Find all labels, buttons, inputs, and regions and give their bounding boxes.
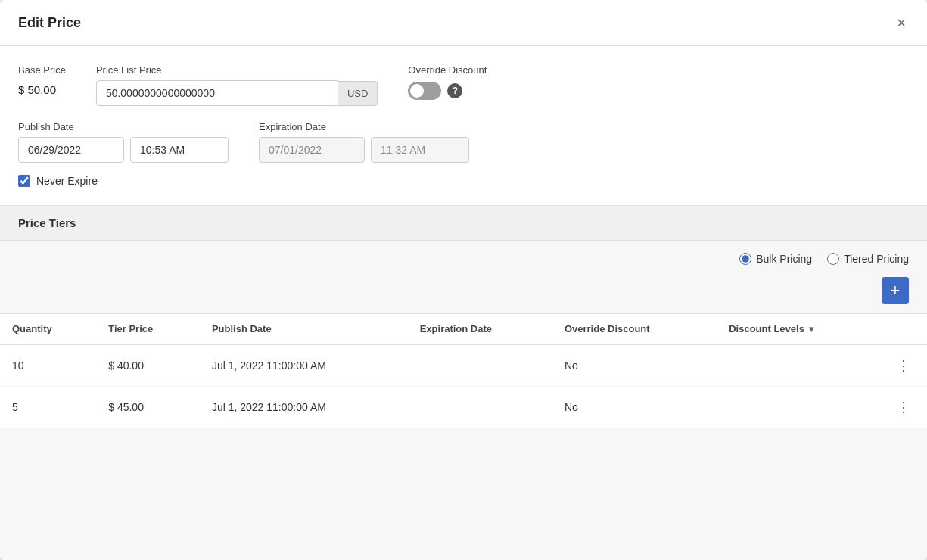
cell-discount-levels	[717, 344, 880, 387]
price-tiers-title: Price Tiers	[18, 216, 76, 229]
bulk-pricing-radio[interactable]	[739, 253, 751, 265]
price-tiers-table: Quantity Tier Price Publish Date Expirat…	[0, 314, 927, 428]
help-icon[interactable]: ?	[447, 83, 462, 98]
table-row: 5 $ 45.00 Jul 1, 2022 11:00:00 AM No ⋮	[0, 387, 927, 428]
tiered-pricing-label: Tiered Pricing	[844, 253, 909, 265]
base-price-value: $ 50.00	[18, 80, 66, 96]
row-actions-button[interactable]: ⋮	[892, 397, 915, 417]
cell-override-discount: No	[552, 387, 717, 428]
price-list-input-wrapper: USD	[96, 80, 378, 106]
publish-date-group: Publish Date	[18, 121, 229, 163]
col-header-tier-price: Tier Price	[96, 314, 200, 344]
cell-tier-price: $ 40.00	[96, 344, 200, 387]
publish-date-label: Publish Date	[18, 121, 229, 132]
bulk-pricing-radio-label[interactable]: Bulk Pricing	[739, 253, 812, 265]
override-discount-toggle-row: ?	[408, 82, 487, 100]
price-list-label: Price List Price	[96, 64, 378, 76]
col-header-expiration-date: Expiration Date	[408, 314, 552, 344]
publish-date-time-row	[18, 137, 229, 163]
edit-price-modal: Edit Price × Base Price $ 50.00 Price Li…	[0, 0, 927, 560]
col-header-discount-levels: Discount Levels ▾	[717, 314, 880, 344]
override-discount-toggle[interactable]	[408, 82, 441, 100]
override-discount-group: Override Discount ?	[408, 64, 487, 100]
publish-date-input[interactable]	[18, 137, 124, 163]
cell-tier-price: $ 45.00	[96, 387, 200, 428]
col-header-quantity: Quantity	[0, 314, 96, 344]
add-tier-button[interactable]: +	[882, 277, 909, 304]
toggle-slider	[408, 82, 441, 100]
currency-addon: USD	[338, 81, 378, 106]
cell-publish-date: Jul 1, 2022 11:00:00 AM	[200, 387, 408, 428]
expiration-date-time-row	[259, 137, 469, 163]
cell-expiration-date	[408, 344, 552, 387]
table-row: 10 $ 40.00 Jul 1, 2022 11:00:00 AM No ⋮	[0, 344, 927, 387]
base-price-group: Base Price $ 50.00	[18, 64, 66, 96]
cell-discount-levels	[717, 387, 880, 428]
price-tiers-table-container: Quantity Tier Price Publish Date Expirat…	[0, 313, 927, 428]
price-list-input[interactable]	[96, 80, 338, 106]
bulk-pricing-label: Bulk Pricing	[756, 253, 812, 265]
chevron-down-icon: ▾	[809, 324, 813, 334]
row-actions-button[interactable]: ⋮	[892, 356, 915, 375]
add-button-row: +	[0, 271, 927, 313]
price-list-group: Price List Price USD	[96, 64, 378, 106]
form-section: Base Price $ 50.00 Price List Price USD …	[0, 46, 927, 206]
form-row-2: Publish Date Expiration Date	[18, 121, 909, 163]
price-tiers-header: Price Tiers	[0, 206, 927, 241]
cell-actions: ⋮	[880, 344, 927, 387]
expiration-date-input[interactable]	[259, 137, 365, 163]
col-header-actions	[880, 314, 927, 344]
pricing-type-row: Bulk Pricing Tiered Pricing	[0, 241, 927, 271]
base-price-label: Base Price	[18, 64, 66, 76]
tiered-pricing-radio-label[interactable]: Tiered Pricing	[827, 253, 909, 265]
cell-publish-date: Jul 1, 2022 11:00:00 AM	[200, 344, 408, 387]
price-tiers-section: Price Tiers Bulk Pricing Tiered Pricing …	[0, 206, 927, 560]
never-expire-row: Never Expire	[18, 175, 909, 187]
override-discount-label: Override Discount	[408, 64, 487, 76]
modal-title: Edit Price	[18, 15, 81, 31]
cell-override-discount: No	[552, 344, 717, 387]
form-row-1: Base Price $ 50.00 Price List Price USD …	[18, 64, 909, 106]
expiration-time-input[interactable]	[371, 137, 469, 163]
table-header-row: Quantity Tier Price Publish Date Expirat…	[0, 314, 927, 344]
cell-quantity: 5	[0, 387, 96, 428]
modal-header: Edit Price ×	[0, 0, 927, 46]
expiration-date-group: Expiration Date	[259, 121, 469, 163]
tiered-pricing-radio[interactable]	[827, 253, 839, 265]
never-expire-label[interactable]: Never Expire	[36, 175, 98, 187]
cell-actions: ⋮	[880, 387, 927, 428]
publish-time-input[interactable]	[130, 137, 229, 163]
col-header-override-discount: Override Discount	[552, 314, 717, 344]
table-body: 10 $ 40.00 Jul 1, 2022 11:00:00 AM No ⋮ …	[0, 344, 927, 428]
expiration-date-label: Expiration Date	[259, 121, 469, 132]
cell-quantity: 10	[0, 344, 96, 387]
never-expire-checkbox[interactable]	[18, 175, 30, 187]
close-button[interactable]: ×	[894, 12, 909, 33]
cell-expiration-date	[408, 387, 552, 428]
col-header-publish-date: Publish Date	[200, 314, 408, 344]
